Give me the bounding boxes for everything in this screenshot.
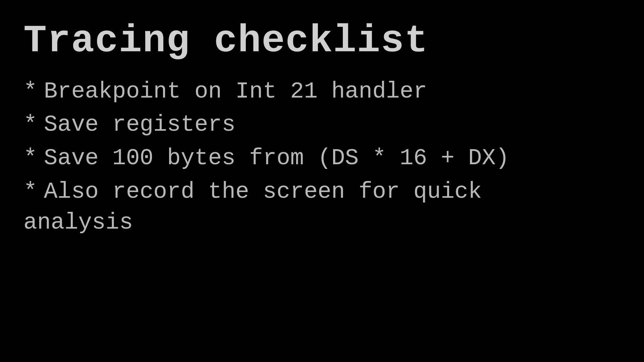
- list-item: *Also record the screen for quickanalysi…: [23, 176, 621, 238]
- bullet-icon: *: [23, 76, 37, 107]
- bullet-icon: *: [23, 143, 37, 174]
- item-text: Save registers: [44, 109, 621, 140]
- item-text: Breakpoint on Int 21 handler: [44, 76, 621, 107]
- bullet-icon: *: [23, 109, 37, 140]
- bullet-icon: *: [23, 176, 37, 207]
- main-container: Tracing checklist *Breakpoint on Int 21 …: [0, 0, 644, 362]
- item-text: Save 100 bytes from (DS * 16 + DX): [44, 143, 621, 174]
- list-item: *Save 100 bytes from (DS * 16 + DX): [23, 143, 621, 174]
- list-item: *Breakpoint on Int 21 handler: [23, 76, 621, 107]
- checklist: *Breakpoint on Int 21 handler*Save regis…: [23, 76, 621, 238]
- item-text: Also record the screen for quick: [44, 176, 621, 207]
- item-continuation: analysis: [23, 207, 621, 238]
- page-title: Tracing checklist: [23, 20, 621, 63]
- list-item: *Save registers: [23, 109, 621, 140]
